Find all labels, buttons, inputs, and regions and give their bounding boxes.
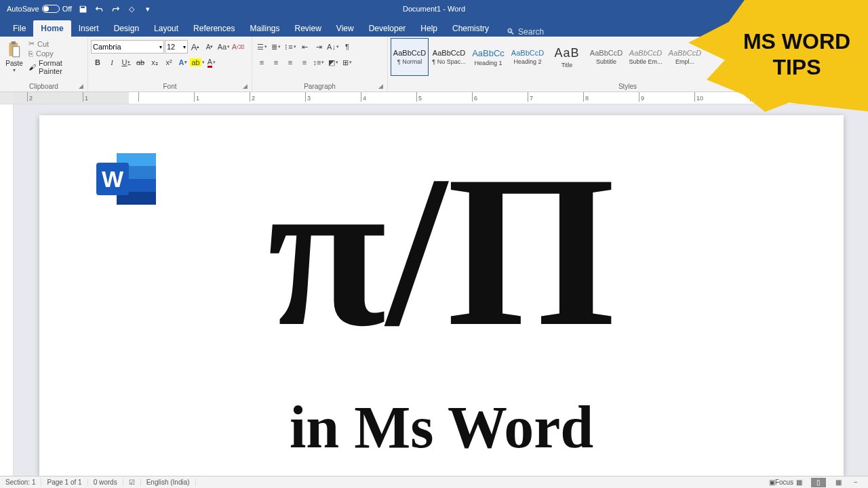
italic-button[interactable]: I (105, 56, 119, 69)
numbering-button[interactable]: ≣ (269, 40, 283, 54)
font-family-value: Cambria (93, 43, 121, 51)
search-box[interactable]: 🔍︎ Search (507, 27, 544, 37)
save-icon[interactable] (77, 3, 88, 14)
format-painter-button[interactable]: 🖌Format Painter (28, 59, 85, 75)
clipboard-group-label: Clipboard◢ (3, 81, 85, 92)
search-icon: 🔍︎ (507, 27, 515, 37)
page[interactable]: W π/Π in Ms Word (39, 115, 844, 476)
decrease-indent-button[interactable]: ⇤ (298, 40, 311, 54)
line-spacing-button[interactable]: ↕≡ (312, 56, 326, 69)
justify-button[interactable]: ≡ (298, 56, 311, 69)
read-mode-icon[interactable]: ▦ (793, 478, 804, 487)
status-words[interactable]: 0 words (88, 479, 123, 486)
grow-font-button[interactable]: A▴ (189, 40, 202, 54)
align-left-button[interactable]: ≡ (255, 56, 269, 69)
font-size-value: 12 (167, 43, 175, 51)
zoom-out-icon[interactable]: − (850, 478, 861, 487)
style-heading1[interactable]: AaBbCcHeading 1 (469, 38, 507, 76)
align-center-button[interactable]: ≡ (269, 56, 283, 69)
chevron-down-icon: ▾ (159, 44, 162, 50)
undo-icon[interactable] (94, 3, 104, 14)
status-section[interactable]: Section: 1 (0, 479, 41, 486)
shading-button[interactable]: ◩ (326, 56, 340, 69)
overlay-line2: TIPS (743, 54, 850, 80)
tab-layout[interactable]: Layout (146, 20, 186, 37)
style-heading2[interactable]: AaBbCcDHeading 2 (509, 38, 547, 76)
customize-qat-icon[interactable]: ▾ (142, 3, 153, 14)
paste-icon (4, 39, 24, 60)
tab-view[interactable]: View (329, 20, 361, 37)
cut-button[interactable]: ✂Cut (28, 39, 85, 48)
redo-icon[interactable] (110, 3, 121, 14)
multilevel-button[interactable]: ⫶≡ (283, 40, 297, 54)
font-color-button[interactable]: A (205, 56, 218, 69)
print-layout-icon[interactable]: ▯ (811, 478, 826, 487)
status-language[interactable]: English (India) (141, 479, 196, 486)
web-layout-icon[interactable]: ▦ (833, 478, 844, 487)
bullets-button[interactable]: ☰ (255, 40, 269, 54)
font-family-select[interactable]: Cambria▾ (91, 40, 164, 54)
search-label: Search (518, 27, 544, 37)
text-effects-button[interactable]: A (176, 56, 190, 69)
subscript-button[interactable]: x₂ (148, 56, 161, 69)
superscript-button[interactable]: x² (162, 56, 176, 69)
align-right-button[interactable]: ≡ (283, 56, 297, 69)
focus-button[interactable]: ▣ Focus (776, 478, 787, 487)
autosave-toggle[interactable]: AutoSave Off (7, 5, 72, 13)
document-area: W π/Π in Ms Word (15, 106, 868, 476)
copy-label: Copy (36, 49, 54, 58)
tab-developer[interactable]: Developer (361, 20, 414, 37)
sort-button[interactable]: A↓ (326, 40, 340, 54)
style-subtitle[interactable]: AaBbCcDSubtitle (587, 38, 625, 76)
dialog-launcher-icon[interactable]: ◢ (378, 83, 383, 89)
borders-button[interactable]: ⊞ (340, 56, 354, 69)
increase-indent-button[interactable]: ⇥ (312, 40, 326, 54)
style-title[interactable]: AaBTitle (548, 38, 586, 76)
paste-dropdown-icon[interactable]: ▾ (13, 67, 16, 73)
underline-button[interactable]: U (119, 56, 133, 69)
tab-design[interactable]: Design (106, 20, 146, 37)
chevron-down-icon: ▾ (183, 44, 186, 50)
highlight-button[interactable]: ab (191, 56, 204, 69)
paste-label: Paste (5, 60, 23, 67)
font-size-select[interactable]: 12▾ (165, 40, 188, 54)
tab-home[interactable]: Home (33, 20, 71, 37)
group-font: Cambria▾ 12▾ A▴ A▾ Aa A⌫ B I U ab x₂ x² … (88, 37, 252, 92)
toggle-switch[interactable] (42, 5, 60, 13)
cut-label: Cut (37, 40, 49, 48)
dialog-launcher-icon[interactable]: ◢ (79, 83, 83, 89)
tab-insert[interactable]: Insert (71, 20, 106, 37)
horizontal-ruler[interactable]: 21123456789101112 (0, 92, 868, 104)
svg-text:W: W (102, 166, 124, 192)
focus-label: Focus (775, 479, 793, 486)
strikethrough-button[interactable]: ab (134, 56, 147, 69)
document-title: Document1 - Word (403, 5, 465, 13)
show-marks-button[interactable]: ¶ (340, 40, 354, 54)
tab-review[interactable]: Review (287, 20, 328, 37)
dialog-launcher-icon[interactable]: ◢ (243, 83, 248, 89)
bold-button[interactable]: B (91, 56, 104, 69)
style-subtle-em[interactable]: AaBbCcDSubtle Em... (627, 38, 665, 76)
autosave-state: Off (62, 5, 72, 13)
group-paragraph: ☰ ≣ ⫶≡ ⇤ ⇥ A↓ ¶ ≡ ≡ ≡ ≡ ↕≡ ◩ ⊞ Paragraph… (252, 37, 388, 92)
tab-mailings[interactable]: Mailings (242, 20, 287, 37)
tab-references[interactable]: References (186, 20, 242, 37)
tab-chemistry[interactable]: Chemistry (445, 20, 496, 37)
style-normal[interactable]: AaBbCcD¶ Normal (391, 38, 429, 76)
spellcheck-icon[interactable]: ☑ (123, 479, 141, 486)
format-painter-label: Format Painter (39, 59, 85, 75)
paste-button[interactable]: Paste ▾ (3, 38, 26, 73)
clear-format-button[interactable]: A⌫ (231, 40, 245, 54)
vertical-ruler[interactable] (0, 104, 14, 476)
style-nospacing[interactable]: AaBbCcD¶ No Spac... (430, 38, 468, 76)
tab-file[interactable]: File (5, 20, 33, 37)
status-page[interactable]: Page 1 of 1 (41, 479, 87, 486)
toolbox-icon[interactable]: ◇ (126, 3, 137, 14)
group-clipboard: Paste ▾ ✂Cut ⎘Copy 🖌Format Painter Clipb… (0, 37, 88, 92)
overlay-line1: MS WORD (743, 28, 850, 54)
change-case-button[interactable]: Aa (217, 40, 231, 54)
svg-rect-1 (12, 41, 16, 44)
shrink-font-button[interactable]: A▾ (203, 40, 216, 54)
tab-help[interactable]: Help (413, 20, 445, 37)
copy-button[interactable]: ⎘Copy (28, 49, 85, 58)
